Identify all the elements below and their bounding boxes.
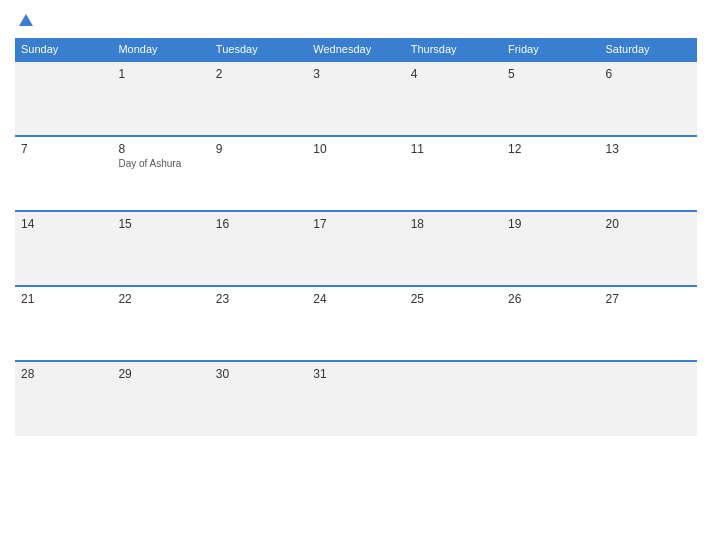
calendar-cell: 1 bbox=[112, 61, 209, 136]
calendar-cell: 30 bbox=[210, 361, 307, 436]
weekday-header-saturday: Saturday bbox=[600, 38, 697, 61]
day-number: 10 bbox=[313, 142, 398, 156]
calendar-cell: 17 bbox=[307, 211, 404, 286]
day-number: 13 bbox=[606, 142, 691, 156]
day-number: 1 bbox=[118, 67, 203, 81]
week-row-2: 78Day of Ashura910111213 bbox=[15, 136, 697, 211]
calendar-cell: 28 bbox=[15, 361, 112, 436]
weekday-header-friday: Friday bbox=[502, 38, 599, 61]
weekday-header-wednesday: Wednesday bbox=[307, 38, 404, 61]
weekday-header-tuesday: Tuesday bbox=[210, 38, 307, 61]
day-number: 16 bbox=[216, 217, 301, 231]
day-number: 5 bbox=[508, 67, 593, 81]
week-row-4: 21222324252627 bbox=[15, 286, 697, 361]
calendar-cell bbox=[405, 361, 502, 436]
day-number: 6 bbox=[606, 67, 691, 81]
day-number: 31 bbox=[313, 367, 398, 381]
calendar-cell: 19 bbox=[502, 211, 599, 286]
calendar-table: SundayMondayTuesdayWednesdayThursdayFrid… bbox=[15, 38, 697, 436]
calendar-cell bbox=[600, 361, 697, 436]
day-number: 22 bbox=[118, 292, 203, 306]
logo-triangle-icon bbox=[19, 14, 33, 26]
calendar-cell bbox=[502, 361, 599, 436]
calendar-cell: 14 bbox=[15, 211, 112, 286]
calendar-cell: 29 bbox=[112, 361, 209, 436]
calendar-cell: 24 bbox=[307, 286, 404, 361]
day-number: 9 bbox=[216, 142, 301, 156]
day-number: 25 bbox=[411, 292, 496, 306]
day-number: 28 bbox=[21, 367, 106, 381]
day-number: 3 bbox=[313, 67, 398, 81]
day-number: 18 bbox=[411, 217, 496, 231]
calendar-cell: 7 bbox=[15, 136, 112, 211]
calendar-cell: 2 bbox=[210, 61, 307, 136]
day-number: 27 bbox=[606, 292, 691, 306]
day-number: 30 bbox=[216, 367, 301, 381]
day-number: 11 bbox=[411, 142, 496, 156]
calendar-cell: 26 bbox=[502, 286, 599, 361]
day-number: 8 bbox=[118, 142, 203, 156]
day-number: 12 bbox=[508, 142, 593, 156]
calendar-cell: 3 bbox=[307, 61, 404, 136]
calendar-cell bbox=[15, 61, 112, 136]
week-row-5: 28293031 bbox=[15, 361, 697, 436]
calendar-cell: 20 bbox=[600, 211, 697, 286]
calendar-cell: 11 bbox=[405, 136, 502, 211]
day-number: 7 bbox=[21, 142, 106, 156]
header bbox=[15, 10, 697, 30]
day-number: 20 bbox=[606, 217, 691, 231]
day-number: 14 bbox=[21, 217, 106, 231]
event-label: Day of Ashura bbox=[118, 158, 203, 169]
calendar-cell: 31 bbox=[307, 361, 404, 436]
logo-blue-text bbox=[15, 14, 33, 26]
calendar-cell: 13 bbox=[600, 136, 697, 211]
calendar-cell: 22 bbox=[112, 286, 209, 361]
weekday-header-monday: Monday bbox=[112, 38, 209, 61]
calendar-cell: 10 bbox=[307, 136, 404, 211]
calendar-cell: 6 bbox=[600, 61, 697, 136]
day-number: 21 bbox=[21, 292, 106, 306]
calendar-cell: 23 bbox=[210, 286, 307, 361]
logo bbox=[15, 14, 33, 26]
day-number: 4 bbox=[411, 67, 496, 81]
calendar-cell: 8Day of Ashura bbox=[112, 136, 209, 211]
weekday-header-thursday: Thursday bbox=[405, 38, 502, 61]
calendar-cell: 9 bbox=[210, 136, 307, 211]
calendar-cell: 16 bbox=[210, 211, 307, 286]
calendar-cell: 12 bbox=[502, 136, 599, 211]
calendar-cell: 15 bbox=[112, 211, 209, 286]
week-row-3: 14151617181920 bbox=[15, 211, 697, 286]
week-row-1: 123456 bbox=[15, 61, 697, 136]
calendar-cell: 21 bbox=[15, 286, 112, 361]
calendar-page: SundayMondayTuesdayWednesdayThursdayFrid… bbox=[0, 0, 712, 550]
day-number: 2 bbox=[216, 67, 301, 81]
day-number: 17 bbox=[313, 217, 398, 231]
weekday-header-sunday: Sunday bbox=[15, 38, 112, 61]
calendar-cell: 4 bbox=[405, 61, 502, 136]
calendar-cell: 25 bbox=[405, 286, 502, 361]
calendar-cell: 5 bbox=[502, 61, 599, 136]
day-number: 15 bbox=[118, 217, 203, 231]
day-number: 19 bbox=[508, 217, 593, 231]
weekday-header-row: SundayMondayTuesdayWednesdayThursdayFrid… bbox=[15, 38, 697, 61]
day-number: 29 bbox=[118, 367, 203, 381]
day-number: 26 bbox=[508, 292, 593, 306]
calendar-cell: 27 bbox=[600, 286, 697, 361]
day-number: 24 bbox=[313, 292, 398, 306]
day-number: 23 bbox=[216, 292, 301, 306]
calendar-cell: 18 bbox=[405, 211, 502, 286]
